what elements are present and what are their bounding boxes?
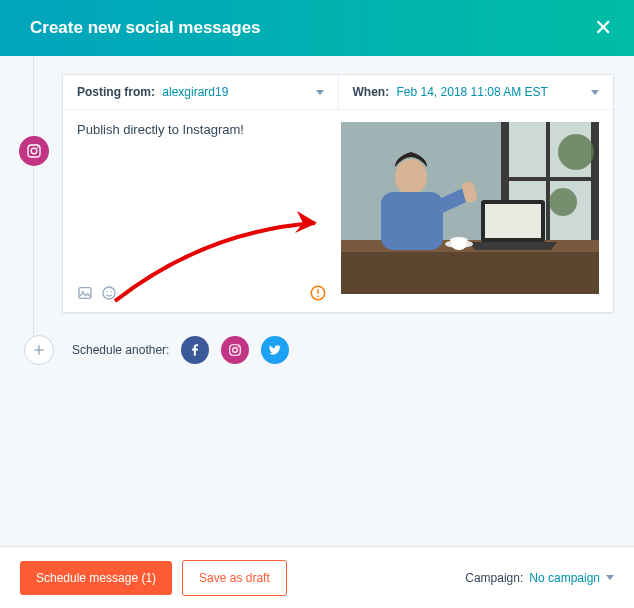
- posting-from-label: Posting from:: [77, 85, 155, 99]
- schedule-another-label: Schedule another:: [72, 343, 169, 357]
- svg-point-10: [317, 295, 319, 297]
- svg-rect-3: [79, 288, 91, 299]
- warning-icon[interactable]: [309, 284, 327, 302]
- campaign-label: Campaign:: [465, 571, 523, 585]
- svg-rect-24: [381, 192, 443, 250]
- when-label: When:: [353, 85, 390, 99]
- add-button[interactable]: [24, 335, 54, 365]
- svg-rect-20: [341, 252, 599, 294]
- card-body: Publish directly to Instagram!: [63, 110, 613, 312]
- posting-from-value: alexgirard19: [162, 85, 228, 99]
- message-composer[interactable]: Publish directly to Instagram!: [77, 122, 327, 302]
- svg-point-7: [110, 291, 111, 292]
- facebook-button[interactable]: [181, 336, 209, 364]
- save-draft-button[interactable]: Save as draft: [182, 560, 287, 596]
- footer-bar: Schedule message (1) Save as draft Campa…: [0, 546, 634, 608]
- close-icon[interactable]: ✕: [594, 17, 612, 39]
- twitter-icon: [268, 343, 282, 357]
- image-icon[interactable]: [77, 285, 93, 301]
- media-preview[interactable]: [341, 122, 599, 294]
- svg-rect-14: [591, 122, 599, 242]
- twitter-button[interactable]: [261, 336, 289, 364]
- svg-point-33: [238, 346, 239, 347]
- card-header: Posting from: alexgirard19 When: Feb 14,…: [63, 75, 613, 110]
- chevron-down-icon: [606, 575, 614, 580]
- instagram-button[interactable]: [221, 336, 249, 364]
- svg-point-18: [549, 188, 577, 216]
- message-text: Publish directly to Instagram!: [77, 122, 327, 276]
- chevron-down-icon: [316, 90, 324, 95]
- svg-point-23: [395, 159, 427, 195]
- schedule-message-button[interactable]: Schedule message (1): [20, 561, 172, 595]
- content-area: Posting from: alexgirard19 When: Feb 14,…: [0, 56, 634, 365]
- timeline-rail: [33, 56, 34, 365]
- when-dropdown[interactable]: When: Feb 14, 2018 11:08 AM EST: [339, 75, 614, 109]
- svg-point-1: [31, 148, 37, 154]
- svg-rect-15: [546, 122, 550, 242]
- svg-point-6: [106, 291, 107, 292]
- svg-point-2: [37, 147, 39, 149]
- campaign-selector[interactable]: Campaign: No campaign: [465, 571, 614, 585]
- schedule-another-row: Schedule another:: [20, 335, 614, 365]
- svg-rect-16: [501, 177, 599, 181]
- preview-image: [341, 122, 599, 294]
- composer-card: Posting from: alexgirard19 When: Feb 14,…: [62, 74, 614, 313]
- emoji-icon[interactable]: [101, 285, 117, 301]
- modal-header: Create new social messages ✕: [0, 0, 634, 56]
- instagram-badge-icon: [19, 136, 49, 166]
- svg-point-5: [103, 287, 115, 299]
- when-value: Feb 14, 2018 11:08 AM EST: [397, 85, 548, 99]
- composer-toolbar: [77, 284, 327, 302]
- chevron-down-icon: [591, 90, 599, 95]
- instagram-icon: [228, 343, 242, 357]
- svg-point-32: [233, 348, 238, 353]
- modal-title: Create new social messages: [30, 18, 261, 38]
- posting-from-dropdown[interactable]: Posting from: alexgirard19: [63, 75, 339, 109]
- facebook-icon: [188, 343, 202, 357]
- plus-icon: [32, 343, 46, 357]
- campaign-value: No campaign: [529, 571, 600, 585]
- svg-rect-22: [485, 204, 541, 238]
- svg-point-17: [558, 134, 594, 170]
